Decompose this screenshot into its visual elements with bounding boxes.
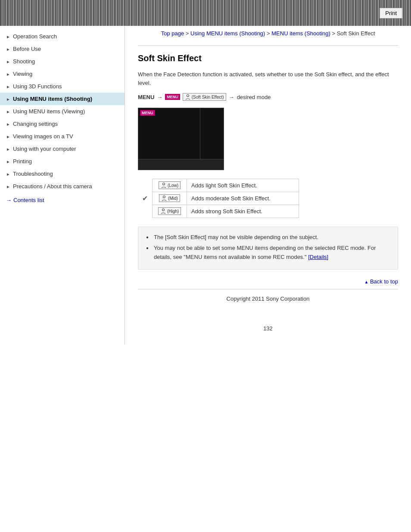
icon-cell: (High) bbox=[153, 205, 187, 218]
ss-icon-low: (Low) bbox=[159, 181, 181, 189]
copyright: Copyright 2011 Sony Corporation bbox=[227, 296, 310, 302]
header-bar: Print bbox=[0, 0, 411, 26]
contents-list-link[interactable]: → Contents list bbox=[0, 193, 125, 208]
arrow-icon: ► bbox=[6, 172, 10, 176]
breadcrumb-using-menu[interactable]: Using MENU items (Shooting) bbox=[190, 30, 265, 37]
icon-cell: (Mid) bbox=[153, 192, 187, 205]
sidebar-link[interactable]: Changing settings bbox=[13, 121, 58, 127]
sidebar-link[interactable]: Shooting bbox=[13, 58, 35, 65]
sidebar-item-using-computer[interactable]: ►Using with your computer bbox=[0, 143, 125, 155]
soft-skin-icon: (Soft Skin Effect) bbox=[183, 93, 226, 101]
page-title: Soft Skin Effect bbox=[138, 53, 398, 63]
sidebar-item-viewing[interactable]: ►Viewing bbox=[0, 68, 125, 80]
sidebar-item-shooting[interactable]: ►Shooting bbox=[0, 55, 125, 68]
contents-list-label: Contents list bbox=[13, 197, 44, 203]
breadcrumb: Top page > Using MENU items (Shooting) >… bbox=[138, 30, 398, 37]
check-cell: ✔ bbox=[138, 192, 153, 205]
table-row: (Low)Adds light Soft Skin Effect. bbox=[138, 179, 299, 192]
divider bbox=[138, 45, 398, 46]
sidebar-item-using-menu-viewing[interactable]: ►Using MENU items (Viewing) bbox=[0, 105, 125, 118]
notes-box: The [Soft Skin Effect] may not be visibl… bbox=[138, 227, 398, 270]
sidebar-link[interactable]: Viewing images on a TV bbox=[13, 133, 73, 140]
arrow-icon: ► bbox=[6, 184, 10, 189]
breadcrumb-top-page[interactable]: Top page bbox=[161, 30, 184, 37]
back-to-top[interactable]: ▲ Back to top bbox=[138, 278, 398, 285]
description: When the Face Detection function is acti… bbox=[138, 70, 398, 87]
sidebar-link[interactable]: Before Use bbox=[13, 46, 41, 52]
page-number: 132 bbox=[138, 325, 398, 332]
desc-cell: Adds light Soft Skin Effect. bbox=[187, 179, 299, 192]
menu-icon: MENU bbox=[165, 94, 180, 100]
print-button[interactable]: Print bbox=[380, 8, 402, 19]
table-row: ✔(Mid)Adds moderate Soft Skin Effect. bbox=[138, 192, 299, 205]
breadcrumb-menu-items[interactable]: MENU items (Shooting) bbox=[271, 30, 330, 37]
sidebar-item-printing[interactable]: ►Printing bbox=[0, 155, 125, 168]
sidebar-link[interactable]: Using with your computer bbox=[13, 146, 76, 152]
breadcrumb-sep3: > bbox=[330, 30, 337, 37]
sidebar-item-precautions[interactable]: ►Precautions / About this camera bbox=[0, 180, 125, 193]
effect-table: (Low)Adds light Soft Skin Effect.✔(Mid)A… bbox=[138, 179, 299, 218]
breadcrumb-sep2: > bbox=[265, 30, 271, 37]
arrow-icon: ► bbox=[6, 59, 10, 64]
note-item: The [Soft Skin Effect] may not be visibl… bbox=[146, 233, 390, 242]
check-cell bbox=[138, 179, 153, 192]
back-to-top-label: Back to top bbox=[370, 278, 398, 285]
sidebar-item-viewing-tv[interactable]: ►Viewing images on a TV bbox=[0, 130, 125, 143]
sidebar-item-troubleshooting[interactable]: ►Troubleshooting bbox=[0, 168, 125, 180]
soft-skin-label: (Soft Skin Effect) bbox=[192, 95, 224, 100]
screenshot-bottom-bar bbox=[138, 159, 224, 170]
sidebar-link[interactable]: Using 3D Functions bbox=[13, 83, 62, 90]
triangle-icon: ▲ bbox=[364, 280, 368, 284]
arrow-icon: ► bbox=[6, 97, 10, 101]
breadcrumb-current: Soft Skin Effect bbox=[337, 30, 375, 37]
sidebar-link[interactable]: Viewing bbox=[13, 71, 32, 77]
table-row: (High)Adds strong Soft Skin Effect. bbox=[138, 205, 299, 218]
details-link[interactable]: [Details] bbox=[308, 254, 328, 260]
note-item: You may not be able to set some MENU ite… bbox=[146, 244, 390, 262]
sidebar-link[interactable]: Printing bbox=[13, 158, 32, 165]
sidebar-link[interactable]: Using MENU items (Viewing) bbox=[13, 108, 85, 115]
arrow-icon: ► bbox=[6, 134, 10, 139]
check-cell bbox=[138, 205, 153, 218]
desc-cell: Adds moderate Soft Skin Effect. bbox=[187, 192, 299, 205]
main-layout: ►Operation Search►Before Use►Shooting►Vi… bbox=[0, 26, 411, 345]
sidebar-link[interactable]: Operation Search bbox=[13, 33, 57, 40]
sidebar-link[interactable]: Troubleshooting bbox=[13, 171, 53, 177]
icon-cell: (Low) bbox=[153, 179, 187, 192]
sidebar-item-using-3d[interactable]: ►Using 3D Functions bbox=[0, 80, 125, 93]
arrow-icon: ► bbox=[6, 72, 10, 76]
footer: Copyright 2011 Sony Corporation bbox=[138, 289, 398, 308]
svg-point-3 bbox=[162, 209, 164, 211]
check-mark: ✔ bbox=[142, 195, 148, 202]
sidebar-link[interactable]: Using MENU items (Shooting) bbox=[13, 96, 92, 102]
screenshot-image: MENU bbox=[138, 108, 224, 170]
svg-point-2 bbox=[163, 196, 165, 198]
arrow-icon: ► bbox=[6, 84, 10, 89]
svg-point-1 bbox=[162, 183, 165, 185]
arrow-icon: ► bbox=[6, 147, 10, 151]
menu-label: MENU bbox=[138, 94, 154, 100]
arrow1: → bbox=[157, 94, 162, 100]
sidebar: ►Operation Search►Before Use►Shooting►Vi… bbox=[0, 26, 125, 345]
sidebar-item-before-use[interactable]: ►Before Use bbox=[0, 43, 125, 55]
desc-cell: Adds strong Soft Skin Effect. bbox=[187, 205, 299, 218]
back-to-top-link[interactable]: ▲ Back to top bbox=[364, 278, 398, 285]
arrow-icon: ► bbox=[6, 122, 10, 126]
sidebar-item-changing-settings[interactable]: ►Changing settings bbox=[0, 118, 125, 130]
svg-point-0 bbox=[187, 95, 189, 97]
ss-icon-mid: (Mid) bbox=[159, 194, 180, 202]
sidebar-item-operation-search[interactable]: ►Operation Search bbox=[0, 30, 125, 43]
arrow-right-icon: → bbox=[6, 197, 12, 203]
sidebar-item-using-menu-shooting[interactable]: ►Using MENU items (Shooting) bbox=[0, 93, 125, 105]
ss-icon-high: (High) bbox=[158, 207, 181, 215]
sidebar-link[interactable]: Precautions / About this camera bbox=[13, 183, 92, 190]
arrow-icon: ► bbox=[6, 34, 10, 39]
arrow2: → bbox=[229, 94, 234, 100]
arrow-icon: ► bbox=[6, 47, 10, 51]
arrow-icon: ► bbox=[6, 109, 10, 114]
arrow-icon: ► bbox=[6, 159, 10, 164]
menu-formula: MENU → MENU (Soft Skin Effect) → desired… bbox=[138, 93, 398, 101]
content-area: Top page > Using MENU items (Shooting) >… bbox=[125, 26, 411, 345]
breadcrumb-sep1: > bbox=[184, 30, 190, 37]
desired-mode: desired mode bbox=[237, 94, 271, 100]
